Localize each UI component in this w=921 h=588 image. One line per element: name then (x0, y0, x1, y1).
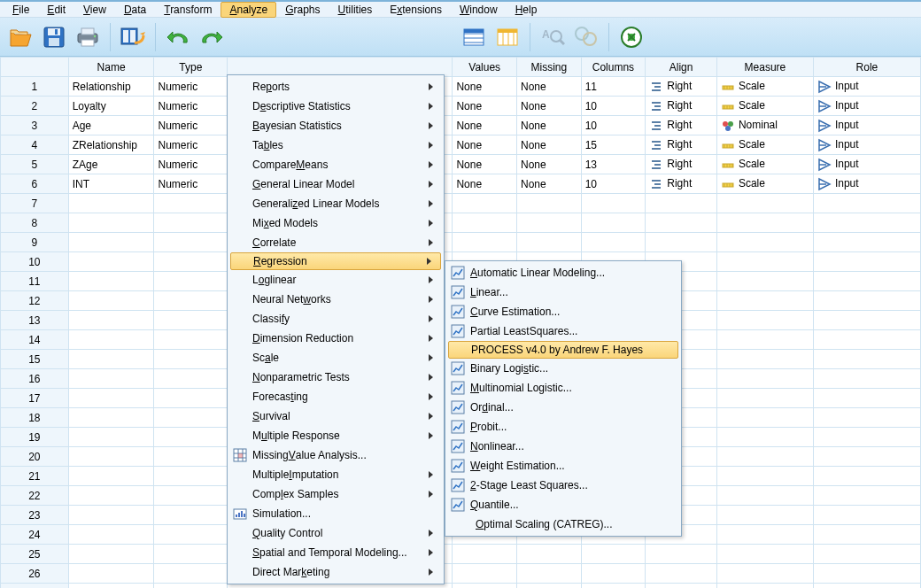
cell-measure[interactable]: Scale (716, 135, 813, 155)
cell-type[interactable]: Numeric (154, 174, 228, 194)
analyze-item-quality-control[interactable]: Quality Control (229, 523, 442, 543)
cell-role[interactable]: Input (813, 135, 920, 155)
analyze-item-neural-networks[interactable]: Neural Networks (229, 290, 442, 309)
row-header[interactable]: 1 (1, 77, 69, 97)
menubar-item-edit[interactable]: Edit (38, 2, 74, 18)
row-header[interactable]: 23 (1, 506, 69, 525)
cell-align[interactable]: Right (646, 77, 717, 97)
col-header-name[interactable]: Name (68, 58, 154, 77)
row-header[interactable]: 16 (1, 369, 69, 389)
cell-type[interactable]: Numeric (154, 77, 228, 97)
redo-button[interactable] (197, 22, 227, 52)
col-header-values[interactable]: Values (453, 58, 517, 77)
row-header[interactable]: 13 (1, 311, 69, 330)
analyze-item-general-linear-model[interactable]: General Linear Model (229, 174, 442, 194)
analyze-item-bayesian-statistics[interactable]: Bayesian Statistics (229, 116, 442, 135)
regression-item-binary-logistic[interactable]: Binary Logistic... (447, 359, 679, 378)
analyze-item-descriptive-statistics[interactable]: Descriptive Statistics (229, 97, 442, 116)
row-header[interactable]: 5 (1, 155, 69, 174)
row-header[interactable]: 19 (1, 428, 69, 447)
cell-name[interactable]: Loyalty (68, 97, 154, 116)
cell-columns[interactable]: 10 (581, 97, 646, 116)
print-button[interactable] (73, 22, 103, 52)
analyze-item-missing-value-analysis[interactable]: Missing Value Analysis... (229, 445, 442, 465)
analyze-item-mixed-models[interactable]: Mixed Models (229, 213, 442, 233)
row-header[interactable]: 7 (1, 194, 69, 213)
cell-align[interactable]: Right (646, 116, 717, 135)
row-header[interactable]: 24 (1, 525, 69, 545)
analyze-item-complex-samples[interactable]: Complex Samples (229, 484, 442, 504)
regression-item-probit[interactable]: Probit... (447, 417, 679, 437)
cell-values[interactable]: None (453, 97, 517, 116)
row-header[interactable]: 2 (1, 97, 69, 116)
col-header-missing[interactable]: Missing (517, 58, 582, 77)
cell-values[interactable]: None (453, 135, 517, 155)
analyze-item-forecasting[interactable]: Forecasting (229, 387, 442, 406)
cell-missing[interactable]: None (517, 155, 582, 174)
row-header[interactable]: 10 (1, 252, 69, 272)
cell-name[interactable]: Age (68, 116, 154, 135)
cell-align[interactable]: Right (646, 174, 717, 194)
col-header-measure[interactable]: Measure (716, 58, 813, 77)
analyze-item-loglinear[interactable]: Loglinear (229, 270, 442, 290)
analyze-item-nonparametric-tests[interactable]: Nonparametric Tests (229, 368, 442, 387)
cell-columns[interactable]: 10 (581, 174, 646, 194)
analyze-item-multiple-response[interactable]: Multiple Response (229, 426, 442, 445)
row-header[interactable]: 3 (1, 116, 69, 135)
menubar-item-data[interactable]: Data (115, 2, 155, 18)
col-header-align[interactable]: Align (646, 58, 717, 77)
analyze-item-correlate[interactable]: Correlate (229, 233, 442, 252)
cell-missing[interactable]: None (517, 135, 582, 155)
menubar-item-analyze[interactable]: Analyze (221, 2, 276, 18)
cell-missing[interactable]: None (517, 77, 582, 97)
cell-type[interactable]: Numeric (154, 97, 228, 116)
analyze-item-survival[interactable]: Survival (229, 406, 442, 426)
cell-role[interactable]: Input (813, 155, 920, 174)
regression-item-weight-estimation[interactable]: Weight Estimation... (447, 456, 679, 476)
cell-missing[interactable]: None (517, 97, 582, 116)
cell-columns[interactable]: 10 (581, 116, 646, 135)
row-header[interactable]: 11 (1, 272, 69, 291)
row-header[interactable]: 8 (1, 213, 69, 233)
regression-item-linear[interactable]: Linear... (447, 282, 679, 302)
regression-item-process-v4-0-by-andrew-f-hayes[interactable]: PROCESS v4.0 by Andrew F. Hayes (448, 341, 678, 359)
cell-values[interactable]: None (453, 77, 517, 97)
analyze-item-generalized-linear-models[interactable]: Generalized Linear Models (229, 194, 442, 213)
analyze-item-compare-means[interactable]: Compare Means (229, 155, 442, 174)
cell-type[interactable]: Numeric (154, 116, 228, 135)
cell-align[interactable]: Right (646, 155, 717, 174)
menubar-item-transform[interactable]: Transform (155, 2, 221, 18)
cell-role[interactable]: Input (813, 174, 920, 194)
save-button[interactable] (39, 22, 69, 52)
analyze-item-simulation[interactable]: Simulation... (229, 504, 442, 523)
split-file-button[interactable] (571, 22, 601, 52)
analyze-item-multiple-imputation[interactable]: Multiple Imputation (229, 465, 442, 484)
find-button[interactable]: A (538, 22, 568, 52)
cell-values[interactable]: None (453, 174, 517, 194)
cell-type[interactable]: Numeric (154, 155, 228, 174)
cell-name[interactable]: Relationship (68, 77, 154, 97)
regression-item-optimal-scaling-catreg[interactable]: Optimal Scaling (CATREG)... (447, 514, 679, 534)
cell-name[interactable]: ZRelationship (68, 135, 154, 155)
cell-name[interactable]: INT (68, 174, 154, 194)
row-header[interactable]: 9 (1, 233, 69, 252)
cell-measure[interactable]: Scale (716, 97, 813, 116)
undo-button[interactable] (163, 22, 193, 52)
row-header[interactable]: 25 (1, 545, 69, 564)
menubar-item-help[interactable]: Help (507, 2, 546, 18)
weight-cases-button[interactable] (616, 22, 646, 52)
menubar-item-graphs[interactable]: Graphs (276, 2, 329, 18)
cell-columns[interactable]: 15 (581, 135, 646, 155)
cell-align[interactable]: Right (646, 97, 717, 116)
analyze-item-dimension-reduction[interactable]: Dimension Reduction (229, 329, 442, 348)
cell-role[interactable]: Input (813, 116, 920, 135)
regression-item-quantile[interactable]: Quantile... (447, 495, 679, 514)
regression-item-automatic-linear-modeling[interactable]: Automatic Linear Modeling... (447, 263, 679, 282)
cell-type[interactable]: Numeric (154, 135, 228, 155)
cell-values[interactable]: None (453, 116, 517, 135)
insert-cases-button[interactable] (459, 22, 489, 52)
cell-missing[interactable]: None (517, 116, 582, 135)
row-header[interactable]: 27 (1, 584, 69, 589)
analyze-item-spatial-and-temporal-modeling[interactable]: Spatial and Temporal Modeling... (229, 543, 442, 562)
cell-columns[interactable]: 11 (581, 77, 646, 97)
